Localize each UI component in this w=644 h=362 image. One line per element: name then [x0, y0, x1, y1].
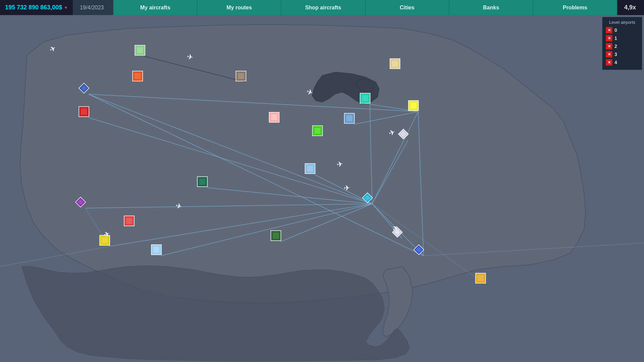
city-c14[interactable]: [304, 163, 316, 175]
svg-rect-60: [153, 247, 159, 253]
level-1-label: 1: [614, 36, 617, 41]
nav-cities[interactable]: Cities: [365, 0, 449, 15]
city-c23[interactable]: [475, 272, 487, 284]
city-c10[interactable]: [389, 58, 401, 70]
city-c9[interactable]: [359, 92, 371, 104]
city-c2[interactable]: [132, 70, 144, 82]
city-c15[interactable]: [196, 176, 208, 188]
city-c17[interactable]: [123, 215, 135, 227]
level-row-1: ✕ 1: [606, 35, 639, 42]
svg-rect-38: [346, 115, 352, 121]
svg-rect-44: [410, 103, 416, 109]
svg-rect-34: [271, 114, 277, 120]
level-row-2: ✕ 2: [606, 43, 639, 50]
speed-value: 4,9x: [624, 4, 636, 11]
city-c7[interactable]: [311, 125, 324, 137]
date-value: 19/4/2023: [80, 5, 104, 11]
svg-rect-24: [137, 47, 143, 53]
city-c20[interactable]: [270, 230, 282, 242]
svg-rect-52: [199, 179, 205, 185]
level-row-0: ✕ 0: [606, 27, 639, 34]
level-airports-title: Level airports: [606, 20, 639, 25]
nav-banks[interactable]: Banks: [449, 0, 533, 15]
svg-rect-56: [126, 218, 132, 224]
nav-problems[interactable]: Problems: [533, 0, 617, 15]
nav-shop-aircrafts[interactable]: Shop aircrafts: [281, 0, 365, 15]
top-bar: 195 732 890 863,00$ ▼ 19/4/2023 My aircr…: [0, 0, 644, 15]
map-svg: [0, 15, 644, 362]
svg-rect-36: [314, 128, 320, 134]
city-c1[interactable]: [134, 44, 146, 56]
level-4-label: 4: [614, 60, 617, 65]
city-c8[interactable]: [343, 112, 355, 124]
money-display[interactable]: 195 732 890 863,00$ ▼: [0, 0, 73, 15]
level-2-label: 2: [614, 44, 617, 49]
airplane-5: ✈: [343, 183, 350, 192]
city-c4[interactable]: [78, 106, 90, 118]
level-airports-panel: Level airports ✕ 0 ✕ 1 ✕ 2 ✕ 3 ✕ 4: [602, 17, 642, 70]
svg-rect-62: [273, 233, 279, 239]
money-dropdown-icon[interactable]: ▼: [64, 5, 68, 10]
city-c5[interactable]: [235, 70, 247, 82]
svg-rect-30: [81, 109, 87, 115]
date-display: 19/4/2023: [73, 0, 113, 15]
svg-rect-26: [135, 73, 141, 79]
level-1-toggle[interactable]: ✕: [606, 35, 612, 42]
svg-rect-50: [307, 166, 313, 172]
city-c21[interactable]: [413, 244, 425, 256]
level-row-4: ✕ 4: [606, 59, 639, 66]
speed-display[interactable]: 4,9x: [617, 0, 644, 15]
city-c16[interactable]: [75, 196, 87, 208]
city-c6[interactable]: [268, 111, 280, 123]
city-c13[interactable]: [361, 192, 374, 204]
level-2-toggle[interactable]: ✕: [606, 43, 612, 50]
svg-rect-40: [362, 95, 368, 101]
level-0-toggle[interactable]: ✕: [606, 27, 612, 34]
svg-rect-42: [392, 61, 398, 67]
level-3-toggle[interactable]: ✕: [606, 51, 612, 58]
level-0-label: 0: [614, 27, 617, 33]
city-c3[interactable]: [78, 82, 90, 94]
city-c11[interactable]: [407, 100, 419, 112]
level-4-toggle[interactable]: ✕: [606, 59, 612, 66]
svg-rect-68: [478, 275, 484, 281]
level-row-3: ✕ 3: [606, 51, 639, 58]
money-value: 195 732 890 863,00$: [5, 4, 62, 11]
map-container: ✈ ✈ ✈ ✈ ✈ ✈ ✈ ✈ ✈: [0, 15, 644, 362]
svg-rect-32: [238, 73, 244, 79]
city-c19[interactable]: [150, 244, 162, 256]
nav-my-routes[interactable]: My routes: [197, 0, 281, 15]
level-3-label: 3: [614, 52, 617, 57]
city-c12[interactable]: [397, 128, 409, 140]
nav-my-aircrafts[interactable]: My aircrafts: [113, 0, 197, 15]
